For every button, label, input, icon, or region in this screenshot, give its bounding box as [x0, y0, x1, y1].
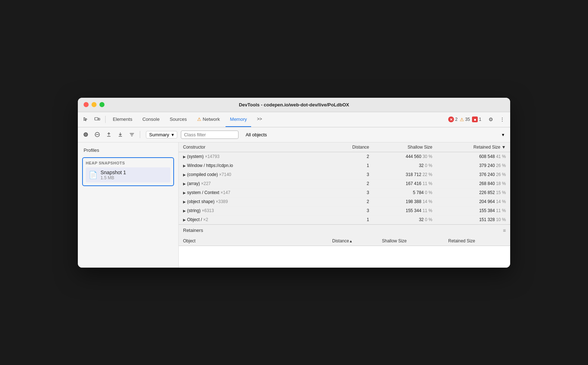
record-button[interactable]	[81, 129, 91, 140]
shallow-size-cell: 167 416 11 %	[374, 179, 437, 188]
table-row[interactable]: ▶ Object / ×2132 0 %151 328 10 %	[179, 215, 510, 224]
cursor-icon[interactable]	[81, 114, 91, 124]
sidebar-profiles-title: Profiles	[82, 147, 174, 154]
tab-sources[interactable]: Sources	[165, 112, 191, 127]
memory-toolbar-divider	[140, 131, 140, 138]
retainers-col-retained[interactable]: Retained Size	[444, 236, 510, 246]
retained-size-cell: 204 964 14 %	[437, 197, 510, 206]
expand-arrow[interactable]: ▶	[183, 218, 186, 222]
clear-button[interactable]	[92, 129, 102, 140]
table-row[interactable]: ▶ (array) ×2272167 416 11 %268 840 18 %	[179, 179, 510, 188]
maximize-button[interactable]	[99, 102, 104, 107]
warning-icon: ⚠	[460, 117, 464, 122]
col-distance[interactable]: Distance	[328, 142, 374, 152]
distance-cell: 1	[328, 161, 374, 170]
constructor-cell: ▶ Object / ×2	[179, 215, 328, 224]
svg-rect-6	[130, 133, 134, 134]
upload-button[interactable]	[104, 129, 114, 140]
all-objects-dropdown[interactable]: All objects ▾	[243, 131, 507, 138]
shallow-size-cell: 32 0 %	[374, 215, 437, 224]
expand-arrow[interactable]: ▶	[183, 164, 186, 168]
distance-cell: 2	[328, 152, 374, 161]
distance-cell: 3	[328, 206, 374, 215]
constructor-cell: ▶ (compiled code) ×7140	[179, 170, 328, 179]
shallow-size-cell: 318 712 22 %	[374, 170, 437, 179]
count-text: ×14793	[205, 154, 219, 159]
expand-arrow[interactable]: ▶	[183, 173, 186, 177]
info-badge: ■	[472, 116, 478, 122]
retained-size-cell: 226 852 15 %	[437, 188, 510, 197]
memory-toolbar: Summary ▾ All objects ▾	[78, 127, 510, 142]
filter-icon[interactable]	[127, 129, 137, 140]
devtools-tab-bar: Elements Console Sources ⚠ Network Memor…	[78, 112, 510, 127]
constructor-cell: ▶ (object shape) ×3389	[179, 197, 328, 206]
retained-size-cell: 608 548 41 %	[437, 152, 510, 161]
distance-cell: 2	[328, 197, 374, 206]
all-objects-chevron-icon: ▾	[502, 132, 504, 137]
info-count[interactable]: ■ 1	[472, 116, 481, 122]
data-table: Constructor Distance Shallow Size Retain…	[179, 142, 510, 224]
snapshot-item[interactable]: 📄 Snapshot 1 1.5 MB	[86, 167, 170, 182]
class-filter-input[interactable]	[181, 131, 239, 139]
count-text: ×2	[203, 217, 208, 222]
retainers-options-icon[interactable]: ≡	[503, 228, 506, 233]
error-count[interactable]: ✕ 2	[448, 116, 458, 122]
title-bar: DevTools - codepen.io/web-dot-dev/live/P…	[78, 98, 510, 112]
retainers-col-distance[interactable]: Distance▲	[328, 236, 378, 246]
retained-size-cell: 379 240 26 %	[437, 161, 510, 170]
window-title: DevTools - codepen.io/web-dot-dev/live/P…	[239, 102, 349, 107]
table-row[interactable]: ▶ Window / https://cdpn.io 132 0 %379 24…	[179, 161, 510, 170]
device-mode-icon[interactable]	[92, 114, 102, 124]
expand-arrow[interactable]: ▶	[183, 155, 186, 159]
heap-table: Constructor Distance Shallow Size Retain…	[179, 142, 510, 224]
tab-memory[interactable]: Memory	[226, 112, 251, 127]
retainers-table-header: Object Distance▲ Shallow Size Retained S…	[179, 236, 510, 246]
table-row[interactable]: ▶ (compiled code) ×71403318 712 22 %376 …	[179, 170, 510, 179]
main-area: Profiles HEAP SNAPSHOTS 📄 Snapshot 1 1.5…	[78, 142, 510, 268]
expand-arrow[interactable]: ▶	[183, 182, 186, 186]
summary-dropdown[interactable]: Summary ▾	[146, 131, 177, 138]
more-options-icon[interactable]: ⋮	[497, 114, 507, 124]
col-retained-size[interactable]: Retained Size ▼	[437, 142, 510, 152]
tab-network[interactable]: ⚠ Network	[193, 112, 224, 127]
tab-console[interactable]: Console	[138, 112, 164, 127]
retainers-col-object[interactable]: Object	[179, 236, 328, 246]
retainers-col-shallow[interactable]: Shallow Size	[378, 236, 444, 246]
network-warning-icon: ⚠	[197, 116, 201, 122]
retainers-section: Retainers ≡ Object Distance▲ Shallow Siz…	[179, 224, 510, 268]
distance-cell: 2	[328, 179, 374, 188]
devtools-window: DevTools - codepen.io/web-dot-dev/live/P…	[78, 98, 510, 268]
expand-arrow[interactable]: ▶	[183, 200, 186, 204]
svg-rect-7	[130, 135, 133, 135]
constructor-cell: ▶ system / Context ×147	[179, 188, 328, 197]
minimize-button[interactable]	[92, 102, 97, 107]
col-shallow-size[interactable]: Shallow Size	[374, 142, 437, 152]
traffic-lights	[84, 102, 104, 107]
expand-arrow[interactable]: ▶	[183, 191, 186, 195]
shallow-size-cell: 444 560 30 %	[374, 152, 437, 161]
distance-cell: 1	[328, 215, 374, 224]
table-row[interactable]: ▶ (string) ×63133155 344 11 %155 384 11 …	[179, 206, 510, 215]
retained-size-cell: 151 328 10 %	[437, 215, 510, 224]
settings-icon[interactable]: ⚙	[486, 114, 496, 124]
shallow-size-cell: 198 388 14 %	[374, 197, 437, 206]
col-constructor[interactable]: Constructor	[179, 142, 328, 152]
count-text: ×6313	[202, 208, 214, 213]
sidebar: Profiles HEAP SNAPSHOTS 📄 Snapshot 1 1.5…	[78, 142, 179, 268]
tab-elements[interactable]: Elements	[108, 112, 137, 127]
heap-snapshots-section: HEAP SNAPSHOTS 📄 Snapshot 1 1.5 MB	[82, 157, 174, 186]
download-button[interactable]	[115, 129, 125, 140]
constructor-cell: ▶ (array) ×227	[179, 179, 328, 188]
heap-section-title: HEAP SNAPSHOTS	[86, 161, 170, 165]
warning-count[interactable]: ⚠ 35	[460, 117, 470, 122]
table-row[interactable]: ▶ system / Context ×14735 784 0 %226 852…	[179, 188, 510, 197]
snapshot-name: Snapshot 1	[101, 170, 126, 175]
table-row[interactable]: ▶ (system) ×147932444 560 30 %608 548 41…	[179, 152, 510, 161]
tab-more[interactable]: >>	[253, 112, 266, 127]
count-text: ×227	[201, 181, 211, 186]
constructor-cell: ▶ Window / https://cdpn.io	[179, 161, 328, 170]
retained-size-cell: 155 384 11 %	[437, 206, 510, 215]
expand-arrow[interactable]: ▶	[183, 209, 186, 213]
table-row[interactable]: ▶ (object shape) ×33892198 388 14 %204 9…	[179, 197, 510, 206]
close-button[interactable]	[84, 102, 89, 107]
